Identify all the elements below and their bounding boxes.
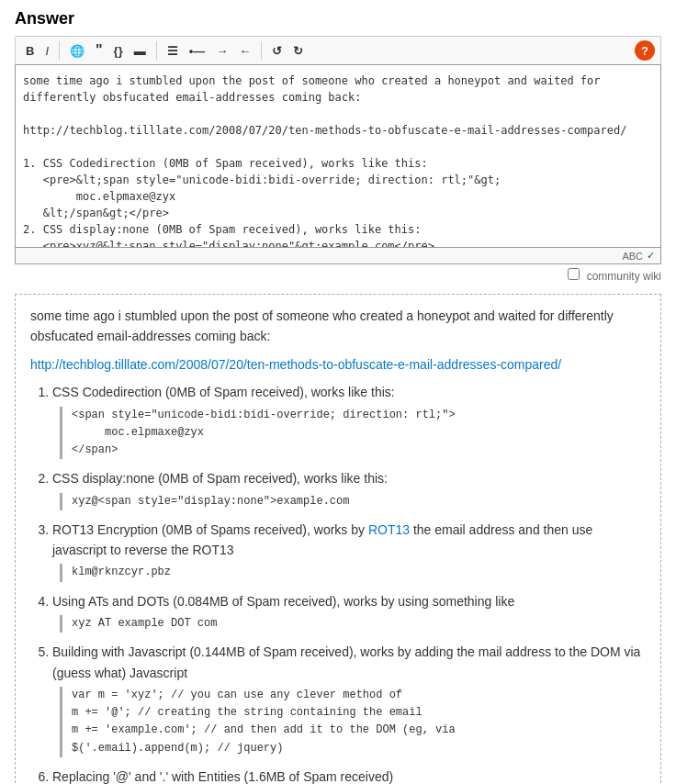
code-button[interactable]: {} [109, 42, 128, 60]
list-item: Building with Javascript (0.144MB of Spa… [52, 642, 646, 757]
list-item: Replacing '@' and '.' with Entities (1.6… [52, 767, 646, 784]
list-item: CSS display:none (0MB of Spam received),… [52, 468, 646, 510]
unordered-list-button[interactable]: •— [185, 42, 210, 60]
ordered-list-button[interactable]: ☰ [163, 42, 183, 60]
image-button[interactable]: ▬ [130, 42, 151, 60]
editor-content: some time ago i stumbled upon the post o… [23, 73, 653, 248]
quote-button[interactable]: " [91, 40, 107, 61]
editor-area[interactable]: some time ago i stumbled upon the post o… [15, 64, 661, 248]
item-6-text: Replacing '@' and '.' with Entities (1.6… [52, 769, 393, 784]
page-container: Answer B I 🌐 " {} ▬ ☰ •— → ← ↺ ↻ ? some … [0, 0, 676, 784]
preview-intro: some time ago i stumbled upon the post o… [30, 306, 646, 347]
undo-button[interactable]: ↺ [267, 42, 287, 60]
toolbar-separator-2 [156, 41, 157, 60]
indent-button[interactable]: → [211, 42, 232, 60]
link-button[interactable]: 🌐 [65, 42, 89, 60]
spell-check-icon: ✓ [647, 250, 655, 262]
community-wiki-row: community wiki [15, 264, 661, 290]
preview-link-anchor[interactable]: http://techblog.tilllate.com/2008/07/20/… [30, 357, 561, 372]
preview-area: some time ago i stumbled upon the post o… [15, 294, 661, 784]
list-item: Using ATs and DOTs (0.084MB of Spam rece… [52, 591, 646, 633]
item-2-code: xyz@<span style="display:none">example.c… [60, 493, 646, 510]
item-5-code: var m = 'xyz'; // you can use any clever… [60, 687, 646, 757]
item-2-text: CSS display:none (0MB of Spam received),… [52, 471, 388, 486]
toolbar-separator-3 [261, 41, 262, 60]
redo-button[interactable]: ↻ [288, 42, 308, 60]
preview-link[interactable]: http://techblog.tilllate.com/2008/07/20/… [30, 354, 646, 375]
editor-status-bar: ABC ✓ [15, 248, 661, 264]
preview-list: CSS Codedirection (0MB of Spam received)… [30, 382, 646, 784]
rot13-link[interactable]: ROT13 [368, 522, 410, 537]
community-wiki-checkbox[interactable] [568, 268, 580, 280]
item-3-code: klm@rknzcyr.pbz [60, 564, 646, 581]
item-1-text: CSS Codedirection (0MB of Spam received)… [52, 385, 395, 399]
toolbar-separator-1 [59, 41, 60, 60]
outdent-button[interactable]: ← [234, 42, 255, 60]
item-5-text: Building with Javascript (0.144MB of Spa… [52, 644, 640, 679]
abc-label: ABC [622, 251, 643, 262]
item-4-text: Using ATs and DOTs (0.084MB of Spam rece… [52, 594, 514, 609]
list-item: CSS Codedirection (0MB of Spam received)… [52, 382, 646, 459]
item-4-code: xyz AT example DOT com [60, 615, 646, 633]
bold-button[interactable]: B [21, 42, 39, 60]
community-wiki-label: community wiki [587, 270, 661, 283]
page-title: Answer [15, 9, 661, 28]
help-button[interactable]: ? [635, 40, 655, 61]
editor-wrapper: some time ago i stumbled upon the post o… [15, 64, 661, 264]
list-item: ROT13 Encryption (0MB of Spams received)… [52, 520, 646, 582]
item-1-code: <span style="unicode-bidi:bidi-override;… [60, 407, 646, 460]
editor-toolbar: B I 🌐 " {} ▬ ☰ •— → ← ↺ ↻ ? [15, 36, 661, 64]
item-3-text-before: ROT13 Encryption (0MB of Spams received)… [52, 522, 368, 537]
italic-button[interactable]: I [40, 42, 53, 60]
